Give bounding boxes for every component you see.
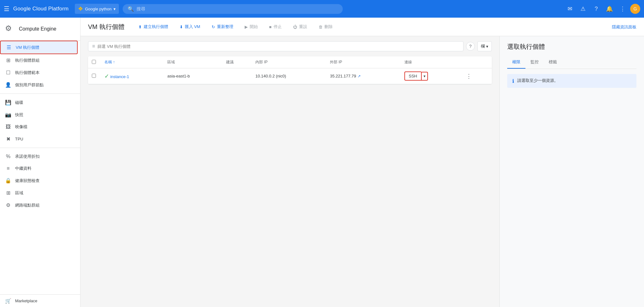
email-icon[interactable]: ✉	[564, 3, 575, 14]
filter-input[interactable]	[97, 44, 459, 49]
sidebar-item-sole-tenant-nodes[interactable]: 👤 個別用戶群節點	[0, 79, 78, 91]
delete-button[interactable]: 🗑 刪除	[316, 22, 335, 31]
table-area: ≡ ? 欄 ▾	[80, 36, 644, 307]
filter-input-wrap[interactable]: ≡	[88, 41, 464, 51]
sidebar-item-disks[interactable]: 💾 磁碟	[0, 96, 78, 109]
sidebar-item-zones[interactable]: ⊞ 區域	[0, 187, 78, 199]
col-name[interactable]: 名稱 ↑	[101, 56, 164, 68]
project-dots-icon: ❖	[78, 5, 83, 12]
instance-internal-ip: 10.140.0.2 (nic0)	[252, 68, 326, 84]
panel-content: ℹ 請選取至少一個資源。	[500, 69, 644, 93]
import-label: 匯入 VM	[185, 24, 200, 30]
sidebar-item-snapshots[interactable]: 📷 快照	[0, 109, 78, 121]
tpu-icon: ✖	[5, 136, 11, 142]
col-external-ip: 外部 IP	[326, 56, 400, 68]
panel-info-message: 請選取至少一個資源。	[517, 78, 558, 83]
sidebar-item-label: Marketplace	[15, 298, 37, 303]
start-icon: ▶	[245, 25, 248, 29]
row-checkbox[interactable]	[92, 74, 96, 78]
sidebar-bottom: 🛒 Marketplace	[0, 294, 80, 307]
sidebar-item-vm-instances[interactable]: ☰ VM 執行個體	[0, 41, 78, 54]
column-select-button[interactable]: 欄 ▾	[477, 41, 492, 51]
sidebar-item-images[interactable]: 🖼 映像檔	[0, 121, 78, 133]
search-icon: 🔍	[128, 6, 134, 12]
sidebar-item-label: 磁碟	[15, 100, 23, 105]
search-bar[interactable]: 🔍	[123, 4, 343, 14]
import-vm-button[interactable]: ⬇ 匯入 VM	[177, 22, 203, 31]
tab-labels[interactable]: 標籤	[544, 56, 562, 69]
sidebar-header: ⚙ Compute Engine	[0, 18, 80, 41]
images-icon: 🖼	[5, 124, 11, 130]
metadata-icon: ≡	[5, 166, 11, 171]
sidebar-item-marketplace[interactable]: 🛒 Marketplace	[0, 295, 78, 307]
ssh-button-group: SSH ▾	[404, 71, 458, 81]
sidebar-item-committed-use[interactable]: % 承諾使用折扣	[0, 151, 78, 162]
sidebar-item-tpu[interactable]: ✖ TPU	[0, 133, 78, 145]
sidebar-item-network-endpoint-groups[interactable]: ⚙ 網路端點群組	[0, 199, 78, 211]
project-selector[interactable]: ❖ Google python ▾	[75, 4, 119, 14]
sidebar-divider	[0, 94, 80, 94]
panel-tabs: 權限 監控 標籤	[507, 56, 636, 69]
alert-icon[interactable]: ⚠	[577, 3, 589, 14]
select-all-checkbox[interactable]	[92, 60, 96, 64]
create-instance-button[interactable]: ⬆ 建立執行個體	[136, 22, 171, 31]
table-row: ✓ instance-1 asia-east1-b 10.140.0.2 (ni…	[88, 68, 492, 84]
ssh-button[interactable]: SSH	[404, 71, 421, 81]
committed-use-icon: %	[5, 154, 11, 159]
filter-help-icon[interactable]: ?	[466, 42, 475, 51]
main-layout: ⚙ Compute Engine ☰ VM 執行個體 ⊞ 執行個體群組 ☐ 執行…	[0, 18, 644, 307]
panel-info-box: ℹ 請選取至少一個資源。	[507, 74, 636, 88]
project-name: Google python	[85, 7, 112, 11]
stop-button[interactable]: ■ 停止	[267, 22, 284, 31]
refresh-button[interactable]: ↻ 重新整理	[209, 22, 236, 31]
start-button[interactable]: ▶ 開始	[242, 22, 260, 31]
hide-panel-button[interactable]: 隱藏資訊面板	[612, 25, 636, 29]
search-input[interactable]	[136, 6, 338, 11]
sidebar-item-label: VM 執行個體	[16, 45, 39, 50]
page-header: VM 執行個體 ⬆ 建立執行個體 ⬇ 匯入 VM ↻ 重新整理 ▶ 開始 ■ 停…	[80, 18, 644, 36]
zones-icon: ⊞	[5, 190, 11, 196]
sidebar-title: Compute Engine	[19, 26, 56, 32]
instance-name-link[interactable]: instance-1	[110, 74, 129, 79]
sidebar-item-instance-groups[interactable]: ⊞ 執行個體群組	[0, 54, 78, 66]
sidebar-item-health-checks[interactable]: 🔒 健康狀態檢查	[0, 174, 78, 187]
help-icon[interactable]: ?	[591, 3, 602, 14]
notification-icon[interactable]: 🔔	[604, 3, 615, 14]
avatar[interactable]: G	[630, 4, 640, 14]
table-container: ≡ ? 欄 ▾	[80, 36, 499, 307]
chevron-down-icon: ▾	[486, 44, 488, 49]
vm-instances-icon: ☰	[6, 44, 12, 50]
sidebar-item-label: 個別用戶群節點	[15, 82, 44, 88]
content-area: VM 執行個體 ⬆ 建立執行個體 ⬇ 匯入 VM ↻ 重新整理 ▶ 開始 ■ 停…	[80, 18, 644, 307]
external-link-icon[interactable]: ↗	[358, 74, 361, 78]
filter-bar: ≡ ? 欄 ▾	[88, 41, 492, 51]
import-icon: ⬇	[180, 25, 183, 29]
instance-templates-icon: ☐	[5, 70, 11, 76]
ssh-dropdown[interactable]: ▾	[421, 72, 428, 81]
reset-button[interactable]: ⏻ 重設	[291, 22, 310, 31]
tab-monitoring[interactable]: 監控	[525, 56, 544, 69]
delete-label: 刪除	[325, 24, 333, 30]
sidebar-item-label: 執行個體群組	[15, 58, 40, 63]
sidebar-item-instance-templates[interactable]: ☐ 執行個體範本	[0, 66, 78, 79]
col-zone: 區域	[164, 56, 222, 68]
row-more-options-icon[interactable]: ⋮	[465, 72, 473, 81]
hamburger-menu-icon[interactable]: ☰	[4, 5, 9, 13]
more-options-icon[interactable]: ⋮	[617, 3, 628, 14]
sidebar: ⚙ Compute Engine ☰ VM 執行個體 ⊞ 執行個體群組 ☐ 執行…	[0, 18, 80, 307]
health-checks-icon: 🔒	[5, 178, 11, 184]
stop-icon: ■	[269, 25, 272, 29]
reset-icon: ⏻	[293, 25, 297, 29]
col-internal-ip: 內部 IP	[252, 56, 326, 68]
instance-recommendation	[222, 68, 252, 84]
network-endpoint-icon: ⚙	[5, 202, 11, 208]
tab-permissions[interactable]: 權限	[507, 56, 525, 69]
create-icon: ⬆	[138, 25, 142, 29]
column-label: 欄	[481, 43, 485, 49]
sidebar-item-label: TPU	[15, 137, 23, 141]
sidebar-item-metadata[interactable]: ≡ 中繼資料	[0, 162, 78, 174]
sole-tenant-icon: 👤	[5, 82, 11, 88]
sidebar-item-label: 快照	[15, 112, 23, 118]
panel-title: 選取執行個體	[507, 43, 636, 51]
reset-label: 重設	[299, 24, 307, 30]
